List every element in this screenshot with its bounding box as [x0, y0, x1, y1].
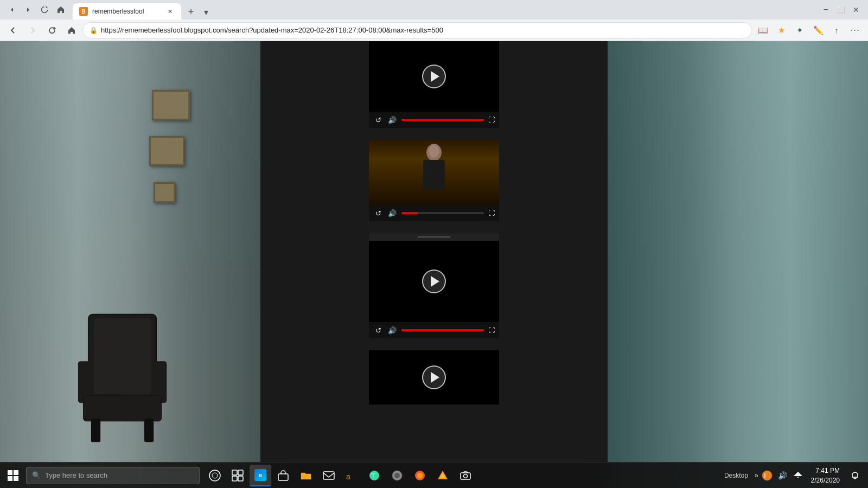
- svg-rect-18: [323, 472, 334, 479]
- svg-text:a: a: [346, 472, 350, 481]
- collections-button[interactable]: ✦: [791, 22, 808, 39]
- file-explorer-button[interactable]: [295, 465, 317, 486]
- svg-point-10: [209, 470, 220, 481]
- refresh-nav-button[interactable]: [43, 22, 61, 39]
- title-bar: B rememberlessfool ✕ + ▾ − ⬜ ✕: [0, 0, 868, 20]
- forward-button[interactable]: [21, 2, 36, 17]
- progress-bar-2[interactable]: [401, 212, 484, 214]
- search-placeholder-text: Type here to search: [45, 471, 107, 479]
- video-player-1: ↺ 🔊 ⛶: [369, 41, 499, 128]
- close-button[interactable]: ✕: [848, 2, 864, 17]
- svg-text:T: T: [371, 472, 375, 480]
- address-bar: 🔒 https://rememeberlessfool.blogspot.com…: [0, 20, 868, 41]
- back-button[interactable]: [4, 2, 20, 17]
- home-nav-button[interactable]: [63, 22, 80, 39]
- video-player-2: [369, 140, 499, 205]
- play-triangle-1: [431, 71, 439, 82]
- tripadvisor-button[interactable]: T: [363, 465, 385, 486]
- clock-time: 7:41 PM: [811, 466, 840, 476]
- circle-app-button[interactable]: [386, 465, 408, 486]
- progress-bar-1[interactable]: [401, 119, 484, 121]
- video-screen-2: [369, 140, 499, 205]
- network-icon[interactable]: [792, 470, 805, 481]
- reading-view-button[interactable]: 📖: [754, 22, 771, 39]
- new-tab-button[interactable]: +: [183, 4, 199, 20]
- svg-text:!: !: [764, 472, 766, 480]
- video-screen-3: [369, 241, 499, 322]
- active-tab[interactable]: B rememberlessfool ✕: [73, 3, 181, 20]
- rewind-button-2[interactable]: ↺: [373, 209, 383, 217]
- camera-button[interactable]: [455, 465, 476, 486]
- caption-bar-1: [369, 128, 499, 140]
- url-bar[interactable]: 🔒 https://rememeberlessfool.blogspot.com…: [82, 22, 752, 38]
- bookmark-button[interactable]: ★: [773, 22, 790, 39]
- rewind-button-1[interactable]: ↺: [373, 116, 383, 124]
- volume-button-3[interactable]: 🔊: [387, 326, 397, 335]
- forward-nav-button[interactable]: [24, 22, 41, 39]
- windows-logo: [8, 470, 18, 481]
- task-view-button[interactable]: [227, 465, 248, 486]
- video-player-4-partial: [369, 350, 499, 404]
- edge-icon: e: [254, 469, 266, 481]
- mail-button[interactable]: [318, 465, 340, 486]
- system-clock[interactable]: 7:41 PM 2/26/2020: [807, 465, 844, 486]
- vlc-button[interactable]: [432, 465, 454, 486]
- tab-bar: B rememberlessfool ✕ + ▾: [71, 0, 812, 20]
- tab-dropdown-button[interactable]: ▾: [199, 4, 214, 20]
- svg-rect-6: [144, 419, 154, 442]
- edge-taskbar-button[interactable]: e: [250, 465, 271, 486]
- video-person: [369, 140, 499, 205]
- notification-button[interactable]: [846, 467, 864, 484]
- volume-button-2[interactable]: 🔊: [387, 209, 397, 217]
- tab-close-button[interactable]: ✕: [165, 7, 175, 16]
- separator-1: [369, 233, 499, 241]
- video-player-3: ↺ 🔊 ⛶: [369, 241, 499, 338]
- taskbar-search[interactable]: 🔍 Type here to search: [26, 467, 200, 484]
- refresh-button[interactable]: [37, 2, 52, 17]
- minimize-button[interactable]: −: [818, 2, 833, 17]
- fullscreen-button-3[interactable]: ⛶: [488, 326, 495, 334]
- volume-button-1[interactable]: 🔊: [387, 116, 397, 124]
- security-icon[interactable]: !: [761, 469, 774, 482]
- svg-rect-14: [232, 476, 237, 481]
- menu-button[interactable]: ···: [846, 22, 864, 39]
- start-button[interactable]: [0, 463, 26, 489]
- web-content: ↺ 🔊 ⛶: [0, 41, 868, 488]
- share-button[interactable]: ↑: [828, 22, 845, 39]
- rewind-button-3[interactable]: ↺: [373, 326, 383, 335]
- maximize-button[interactable]: ⬜: [833, 2, 848, 17]
- back-nav-button[interactable]: [4, 22, 22, 39]
- fullscreen-button-2[interactable]: ⛶: [488, 209, 495, 217]
- svg-rect-4: [83, 395, 161, 421]
- store-taskbar-button[interactable]: [272, 465, 294, 486]
- firefox-button[interactable]: [409, 465, 431, 486]
- players-container: ↺ 🔊 ⛶: [260, 41, 608, 488]
- home-button[interactable]: [53, 2, 68, 17]
- play-triangle-3: [431, 276, 439, 287]
- title-bar-left: [4, 2, 68, 17]
- video-controls-1: ↺ 🔊 ⛶: [369, 112, 499, 128]
- sep-line: [418, 236, 450, 237]
- more-tray-icons[interactable]: »: [755, 472, 758, 479]
- svg-rect-1: [94, 318, 151, 394]
- video-screen-1: [369, 41, 499, 112]
- pen-button[interactable]: ✏️: [809, 22, 827, 39]
- svg-point-29: [464, 474, 468, 478]
- volume-system-icon[interactable]: 🔊: [776, 470, 789, 481]
- video-controls-2: ↺ 🔊 ⛶: [369, 205, 499, 221]
- cortana-button[interactable]: [204, 465, 226, 486]
- play-button-3[interactable]: [422, 269, 446, 293]
- amazon-button[interactable]: a: [341, 465, 362, 486]
- svg-point-11: [212, 473, 218, 478]
- progress-bar-3[interactable]: [401, 329, 484, 331]
- taskbar-icons: e a: [204, 465, 476, 486]
- wall-picture-3: [154, 182, 175, 203]
- play-button-4[interactable]: [422, 365, 446, 389]
- svg-point-25: [417, 473, 423, 478]
- window-controls: − ⬜ ✕: [818, 2, 864, 17]
- desktop-label-text: Desktop: [720, 472, 752, 479]
- taskbar-system-tray: Desktop » ! 🔊 7:41 PM 2/26/2020: [720, 465, 868, 486]
- play-button-1[interactable]: [422, 65, 446, 88]
- svg-rect-5: [91, 419, 100, 442]
- fullscreen-button-1[interactable]: ⛶: [488, 116, 495, 124]
